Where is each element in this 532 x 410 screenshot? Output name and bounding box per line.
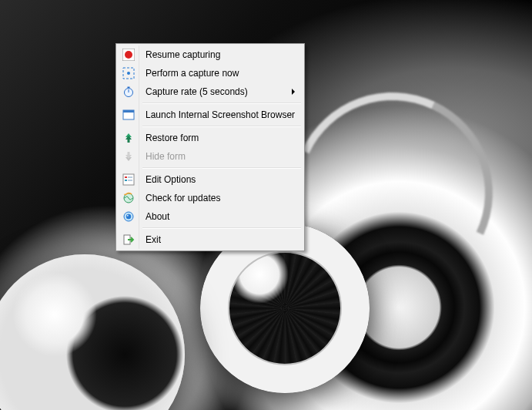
menu-item-label: Capture rate (5 seconds) [146, 86, 248, 97]
svg-rect-10 [125, 176, 127, 178]
tray-context-menu: Resume capturing Perform a capture now C… [115, 43, 305, 251]
capture-target-icon [122, 67, 135, 79]
menu-item-capture-rate[interactable]: Capture rate (5 seconds) [118, 82, 303, 101]
menu-item-about[interactable]: About [118, 207, 303, 226]
menu-item-edit-options[interactable]: Edit Options [118, 170, 303, 189]
svg-rect-12 [125, 180, 127, 181]
options-list-icon [122, 173, 135, 186]
svg-point-17 [127, 215, 129, 217]
menu-item-label: Hide form [146, 151, 186, 162]
menu-item-label: Exit [146, 234, 161, 245]
menu-item-resume-capturing[interactable]: Resume capturing [118, 45, 303, 64]
menu-item-exit[interactable]: Exit [118, 230, 303, 249]
restore-up-icon [122, 132, 135, 144]
menu-item-label: Launch Internal Screenshot Browser [146, 109, 295, 120]
chevron-right-icon [292, 89, 295, 95]
menu-item-launch-browser[interactable]: Launch Internal Screenshot Browser [118, 106, 303, 124]
menu-item-label: Resume capturing [146, 49, 220, 60]
svg-rect-11 [128, 176, 132, 178]
menu-item-label: Restore form [146, 133, 199, 143]
about-icon [122, 210, 135, 223]
svg-rect-13 [128, 180, 132, 181]
menu-item-perform-capture[interactable]: Perform a capture now [118, 64, 303, 82]
menu-item-label: Perform a capture now [146, 68, 239, 79]
svg-point-3 [127, 72, 130, 75]
globe-refresh-icon [122, 192, 135, 204]
hide-down-icon [122, 150, 135, 163]
svg-rect-8 [123, 110, 134, 113]
menu-item-check-updates[interactable]: Check for updates [118, 189, 303, 207]
svg-point-16 [126, 214, 131, 219]
exit-icon [122, 234, 135, 246]
menu-item-hide-form: Hide form [118, 147, 303, 166]
window-icon [122, 109, 135, 121]
svg-point-1 [125, 51, 132, 59]
menu-item-restore-form[interactable]: Restore form [118, 129, 303, 147]
stopwatch-icon [122, 86, 135, 98]
svg-rect-6 [128, 87, 130, 89]
menu-item-label: Edit Options [146, 174, 196, 185]
record-icon [122, 49, 135, 61]
menu-item-label: About [146, 211, 169, 222]
menu-item-label: Check for updates [146, 193, 220, 203]
